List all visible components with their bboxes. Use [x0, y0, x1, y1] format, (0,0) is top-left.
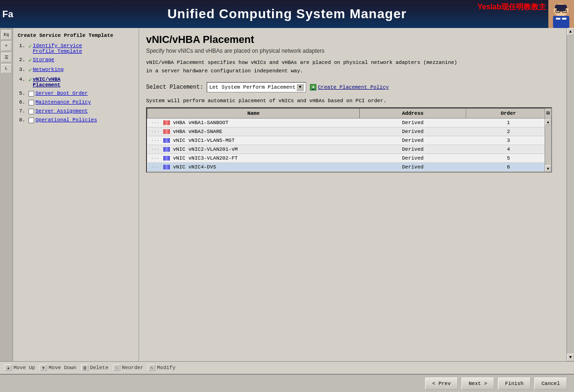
row-order-4: 4	[466, 145, 551, 154]
sidebar-item-3: 3. ✓ Networking	[15, 67, 136, 74]
sidebar-link-1[interactable]: Identify ServiceProfile Template	[33, 43, 82, 54]
item-number-8: 8.	[19, 117, 27, 123]
connector-6: ···	[151, 165, 160, 170]
table-corner-icon: ⊞	[545, 108, 551, 119]
scroll-down-btn[interactable]: ▼	[545, 165, 551, 172]
placement-select[interactable]: Let System Perform Placement ▼	[207, 82, 306, 92]
sidebar-link-8[interactable]: Operational Policies	[35, 117, 97, 123]
placement-table: Name Address Order ··· vHBA vHBA1-SANBOO…	[147, 108, 551, 172]
content-area: vNIC/vHBA Placement Specify how vNICs an…	[139, 28, 567, 361]
header: Fa Unified Computing System Manager Yesl…	[0, 0, 574, 28]
svg-rect-8	[562, 18, 567, 20]
delete-button[interactable]: 🗑 Delete	[81, 364, 109, 371]
page-icon-7	[28, 109, 34, 114]
connector-4: ···	[151, 147, 160, 152]
sidebar-link-4[interactable]: vNIC/vHBAPlacement	[33, 77, 60, 88]
vnic-icon-4	[163, 147, 170, 152]
row-name-3: ··· vNIC vNIC1-VLAN5-MGT	[147, 136, 360, 145]
sidebar: Create Service Profile Template 1. ✓ Ide…	[13, 28, 139, 361]
item-number-5: 5.	[19, 91, 27, 96]
row-address-6: Derived	[360, 163, 466, 172]
content-scroll-up[interactable]: ▲	[567, 28, 574, 35]
check-4: ✓	[28, 77, 32, 84]
sidebar-item-7: 7. Server Assignment	[15, 108, 136, 114]
cancel-button[interactable]: Cancel	[534, 378, 567, 390]
sidebar-item-1: 1. ✓ Identify ServiceProfile Template	[15, 43, 136, 54]
item-number-4: 4.	[19, 77, 27, 82]
sidebar-link-7[interactable]: Server Assignment	[35, 108, 88, 114]
sidebar-item-5: 5. Server Boot Order	[15, 91, 136, 97]
page-icon-5	[28, 91, 34, 97]
sidebar-item-2: 2. ✓ Storage	[15, 57, 136, 64]
connector-1: ···	[151, 120, 160, 126]
sidebar-item-4: 4. ✓ vNIC/vHBAPlacement	[15, 77, 136, 88]
check-2: ✓	[28, 57, 32, 64]
connector-2: ···	[151, 129, 160, 134]
scroll-track	[545, 125, 551, 165]
content-scrollbar[interactable]: ▲ ▼	[567, 28, 574, 361]
bottom-toolbar: ▲ Move Up ▼ Move Down 🗑 Delete ↕ Reorder…	[0, 361, 574, 374]
reorder-icon: ↕	[113, 364, 120, 371]
placement-row: Select Placement: Let System Perform Pla…	[146, 82, 560, 92]
table-row[interactable]: ··· vNIC vNIC4-DVS Derived 6	[147, 163, 551, 172]
sidebar-link-2[interactable]: Storage	[33, 57, 54, 63]
cisco-logo: Fa	[2, 9, 13, 20]
move-down-button[interactable]: ▼ Move Down	[40, 364, 76, 371]
finish-button[interactable]: Finish	[498, 378, 531, 390]
svg-rect-2	[553, 16, 569, 28]
move-up-button[interactable]: ▲ Move Up	[5, 364, 35, 371]
row-name-1: ··· vHBA vHBA1-SANBOOT	[147, 119, 360, 127]
row-order-1: 1	[466, 119, 551, 127]
content-scroll-down[interactable]: ▼	[567, 354, 574, 361]
move-down-icon: ▼	[40, 364, 47, 371]
table-row[interactable]: ··· vNIC vNIC2-VLAN201-vM Derived 4	[147, 145, 551, 154]
check-3: ✓	[28, 67, 32, 74]
connector-3: ···	[151, 138, 160, 143]
l-icon[interactable]: L	[1, 64, 12, 73]
row-name-5: ··· vNIC vNIC3-VLAN202-FT	[147, 154, 360, 163]
vnic-icon-6	[163, 165, 170, 169]
eq-icon[interactable]: Eq	[1, 30, 12, 40]
select-dropdown-arrow[interactable]: ▼	[296, 84, 304, 91]
sidebar-link-3[interactable]: Networking	[33, 67, 63, 72]
select-value: Let System Perform Placement	[209, 84, 295, 90]
plus-nav-icon[interactable]: +	[1, 42, 12, 51]
row-address-5: Derived	[360, 154, 466, 163]
sidebar-link-5[interactable]: Server Boot Order	[35, 91, 88, 96]
reorder-button[interactable]: ↕ Reorder	[113, 364, 143, 371]
table-row[interactable]: ··· vHBA vHBA1-SANBOOT Derived 1	[147, 119, 551, 127]
reorder-label: Reorder	[122, 365, 143, 371]
avatar	[548, 0, 574, 28]
prev-button[interactable]: < Prev	[425, 378, 458, 390]
modify-icon: ✎	[148, 364, 155, 371]
row-label-6: vNIC vNIC4-DVS	[173, 164, 216, 170]
row-name-4: ··· vNIC vNIC2-VLAN201-vM	[147, 145, 360, 154]
row-name-6: ··· vNIC vNIC4-DVS	[147, 163, 360, 172]
modify-button[interactable]: ✎ Modify	[148, 364, 175, 371]
auto-placement-text: System will perform automatic placement …	[146, 98, 560, 104]
grid-icon[interactable]: ☰	[1, 53, 12, 62]
page-title: vNIC/vHBA Placement	[146, 34, 560, 46]
description-text: vNIC/vHBA Placement specifies how vNICs …	[146, 59, 560, 75]
row-address-1: Derived	[360, 119, 466, 127]
create-policy-button[interactable]: + Create Placement Policy	[310, 84, 389, 91]
row-order-2: 2	[466, 127, 551, 136]
col-header-order: Order	[466, 109, 551, 119]
next-button[interactable]: Next >	[462, 378, 494, 390]
modify-label: Modify	[157, 365, 175, 371]
table-scrollbar[interactable]: ▲ ▼	[545, 119, 551, 172]
move-up-icon: ▲	[5, 364, 12, 371]
row-label-4: vNIC vNIC2-VLAN201-vM	[173, 147, 238, 152]
row-label-3: vNIC vNIC1-VLAN5-MGT	[173, 138, 235, 143]
sidebar-link-6[interactable]: Maintenance Policy	[35, 99, 91, 105]
plus-create-icon: +	[310, 84, 316, 91]
table-row[interactable]: ··· vNIC vNIC1-VLAN5-MGT Derived 3	[147, 136, 551, 145]
row-address-4: Derived	[360, 145, 466, 154]
vnic-icon-3	[163, 138, 170, 143]
page-icon-6	[28, 100, 34, 105]
table-row[interactable]: ··· vNIC vNIC3-VLAN202-FT Derived 5	[147, 154, 551, 163]
scroll-up-btn[interactable]: ▲	[545, 119, 551, 125]
table-row[interactable]: ··· vHBA vHBA2-SNARE Derived 2	[147, 127, 551, 136]
item-number-1: 1.	[19, 43, 27, 49]
table-header-row: Name Address Order	[147, 109, 551, 119]
